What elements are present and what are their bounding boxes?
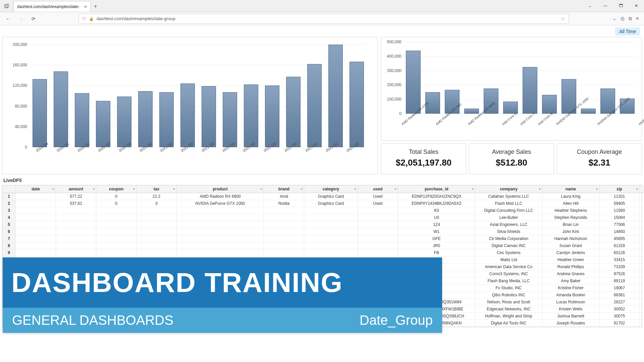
column-header[interactable]: city▾ bbox=[640, 185, 644, 193]
table-cell: NVIDIA GeForce GTX 1050 bbox=[177, 200, 264, 207]
table-row[interactable]: 4U0Lee-ButlerStephen Reynolds15084Tarent… bbox=[2, 214, 642, 221]
table-row[interactable]: 7GFECb Media CorporationHannah Nicholson… bbox=[2, 235, 642, 242]
table-cell: 30075 bbox=[599, 313, 640, 320]
lock-slash-icon: 🔒 bbox=[89, 16, 94, 21]
time-filter-pill[interactable]: All Time bbox=[615, 27, 640, 36]
table-row[interactable]: 9FBCes SystemsCarolyn Jenkins60126Elmhur… bbox=[2, 249, 642, 256]
filter-icon[interactable]: ▾ bbox=[53, 187, 54, 191]
column-header[interactable]: category▾ bbox=[304, 185, 358, 193]
column-header[interactable]: date▾ bbox=[16, 185, 56, 193]
filter-icon[interactable]: ▾ bbox=[355, 187, 356, 191]
column-header[interactable]: used▾ bbox=[358, 185, 398, 193]
table-cell: Watts Ltd bbox=[475, 256, 542, 263]
table-row[interactable]: 51Z4Axial Engineers, LLCBrian Lin77506Pa… bbox=[2, 221, 642, 228]
kpi-value: $512.80 bbox=[471, 158, 552, 168]
filter-icon[interactable]: ▾ bbox=[636, 187, 638, 191]
browser-tab[interactable]: dashtest.com/dash/examples/date- × bbox=[13, 1, 91, 12]
minimize-button[interactable]: — bbox=[598, 0, 613, 11]
quarterly-sales-chart[interactable]: 040,00080,000120,000160,000200,0002019 Q… bbox=[2, 37, 378, 174]
pocket-icon[interactable]: ⌄ bbox=[612, 16, 616, 21]
filter-icon[interactable]: ▾ bbox=[301, 187, 303, 191]
filter-icon[interactable]: ▾ bbox=[173, 187, 175, 191]
table-row[interactable]: 2537.6200NVIDIA GeForce GTX 1050NvidiaGr… bbox=[2, 200, 642, 207]
chart-bar[interactable] bbox=[542, 95, 557, 114]
product-sales-chart[interactable]: 0100,000200,000300,000400,000500,000AMD … bbox=[381, 37, 642, 141]
chevron-down-icon[interactable]: ⌄ bbox=[582, 0, 598, 11]
table-row[interactable]: 8JR0Digital Canvas INCSusan Grant61328Ka… bbox=[2, 242, 642, 249]
filter-icon[interactable]: ▾ bbox=[472, 187, 474, 191]
x-tick-label: Intel Core i5 bbox=[501, 112, 517, 126]
chart-bar[interactable] bbox=[138, 91, 153, 147]
chart-bar[interactable] bbox=[523, 67, 537, 114]
chart-bar[interactable] bbox=[406, 51, 421, 114]
chart-bar[interactable] bbox=[202, 86, 216, 147]
chart-bar[interactable] bbox=[286, 77, 301, 147]
table-cell bbox=[264, 228, 304, 235]
chart-bar[interactable] bbox=[180, 83, 195, 147]
table-row[interactable]: 6W1Silva-ShieldsJohn Kirk14850Ithaca bbox=[2, 228, 642, 235]
filter-icon[interactable]: ▾ bbox=[539, 187, 541, 191]
url-bar[interactable]: 🛡 🔒 dashtest.com/dash/examples/date-grou… bbox=[78, 14, 569, 24]
svg-rect-0 bbox=[4, 5, 7, 8]
close-button[interactable]: ✕ bbox=[629, 0, 644, 11]
chart-bar[interactable] bbox=[33, 79, 47, 147]
chart-bar[interactable] bbox=[581, 109, 596, 114]
forward-button[interactable]: → bbox=[16, 14, 25, 23]
table-cell bbox=[304, 242, 358, 249]
kpi-value: $2,051,197.80 bbox=[383, 158, 465, 168]
chart-bar[interactable] bbox=[75, 93, 89, 147]
maximize-button[interactable]: 🗖 bbox=[613, 0, 629, 11]
column-header[interactable]: product▾ bbox=[177, 185, 264, 193]
column-header[interactable]: zip▾ bbox=[599, 185, 640, 193]
reload-button[interactable]: ⟳ bbox=[29, 14, 38, 23]
chart-bar[interactable] bbox=[117, 97, 131, 147]
table-cell bbox=[304, 207, 358, 214]
column-header[interactable]: company▾ bbox=[475, 185, 542, 193]
table-cell: 6 bbox=[2, 228, 16, 235]
table-cell: Joshua Barnett bbox=[542, 313, 599, 320]
column-header[interactable]: purchase_id▾ bbox=[398, 185, 475, 193]
filter-icon[interactable]: ▾ bbox=[261, 187, 262, 191]
chart-bar[interactable] bbox=[350, 62, 364, 147]
column-header[interactable] bbox=[2, 185, 16, 193]
filter-icon[interactable]: ▾ bbox=[395, 187, 396, 191]
bookmark-star-icon[interactable]: ☆ bbox=[561, 16, 565, 21]
table-row[interactable]: 1577.22022.2AMD Radeon RX 6900AmdGraphic… bbox=[2, 193, 642, 200]
chart-bar[interactable] bbox=[265, 85, 279, 147]
chart-bar[interactable] bbox=[328, 45, 343, 147]
filter-icon[interactable]: ▾ bbox=[93, 187, 95, 191]
filter-icon[interactable]: ▾ bbox=[133, 187, 135, 191]
table-cell: 77506 bbox=[599, 221, 640, 228]
table-cell bbox=[56, 221, 96, 228]
column-header[interactable]: name▾ bbox=[542, 185, 599, 193]
filter-icon[interactable]: ▾ bbox=[596, 187, 598, 191]
column-header[interactable]: tax▾ bbox=[137, 185, 177, 193]
column-header[interactable]: brand▾ bbox=[264, 185, 304, 193]
chart-bar[interactable] bbox=[54, 71, 68, 147]
y-tick-label: 200,000 bbox=[387, 82, 404, 87]
column-header[interactable]: coupon▾ bbox=[96, 185, 137, 193]
chart-bar[interactable] bbox=[159, 92, 174, 147]
table-cell bbox=[16, 249, 56, 256]
new-tab-button[interactable]: + bbox=[91, 1, 101, 12]
account-icon[interactable]: ◎ bbox=[621, 16, 625, 21]
back-button[interactable]: ← bbox=[3, 14, 13, 23]
table-cell bbox=[56, 235, 96, 242]
chart-bar[interactable] bbox=[307, 64, 322, 147]
extensions-icon[interactable]: ⧉ bbox=[629, 16, 632, 21]
chart-bar[interactable] bbox=[223, 92, 237, 147]
table-cell: Grants Pass bbox=[640, 270, 644, 278]
table-cell bbox=[96, 207, 137, 214]
column-header[interactable]: amount▾ bbox=[56, 185, 96, 193]
chart-bar[interactable] bbox=[96, 101, 110, 147]
y-tick-label: 500,000 bbox=[387, 40, 404, 44]
tab-list-button[interactable] bbox=[0, 1, 13, 12]
table-row[interactable]: 3K0Digital Consulting Firm LLCHeather St… bbox=[2, 207, 642, 214]
chart-bar[interactable] bbox=[244, 84, 258, 147]
table-cell: 9 bbox=[2, 249, 16, 256]
menu-icon[interactable]: ≡ bbox=[636, 16, 639, 21]
tab-close-icon[interactable]: × bbox=[84, 4, 87, 9]
table-cell: Kristine Fisher bbox=[542, 285, 599, 292]
table-cell: Susan Grant bbox=[542, 242, 599, 249]
chart-bar[interactable] bbox=[464, 109, 479, 114]
